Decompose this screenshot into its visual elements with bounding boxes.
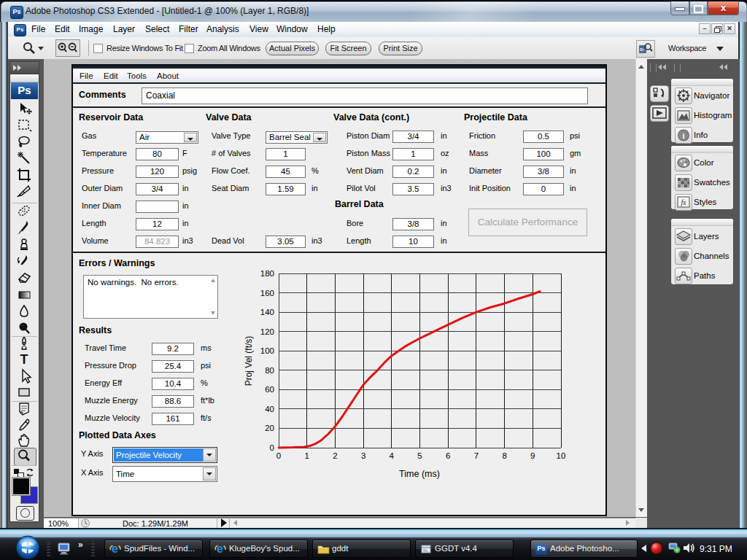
svg-text:20: 20: [265, 424, 274, 432]
svg-text:T: T: [20, 352, 28, 367]
svg-text:4: 4: [390, 451, 395, 460]
svg-text:e: e: [112, 542, 118, 555]
svg-text:i: i: [682, 131, 684, 140]
svg-text:6: 6: [446, 451, 450, 460]
svg-text:180: 180: [260, 269, 274, 278]
svg-text:7: 7: [474, 451, 479, 460]
svg-text:3: 3: [361, 451, 365, 460]
svg-text:Proj Vel (ft/s): Proj Vel (ft/s): [244, 336, 254, 386]
svg-text:Time (ms): Time (ms): [399, 469, 440, 479]
svg-text:140: 140: [260, 308, 274, 316]
svg-text:2: 2: [333, 451, 337, 460]
svg-text:100: 100: [260, 346, 274, 355]
svg-text:40: 40: [265, 405, 274, 413]
svg-text:120: 120: [260, 327, 274, 336]
svg-text:Br: Br: [640, 47, 644, 52]
svg-text:60: 60: [265, 385, 274, 394]
svg-text:1: 1: [304, 451, 309, 460]
svg-text:80: 80: [265, 366, 274, 375]
svg-text:9: 9: [530, 451, 535, 460]
svg-text:5: 5: [417, 451, 422, 460]
svg-text:160: 160: [260, 289, 274, 298]
svg-text:8: 8: [502, 451, 506, 460]
svg-text:e: e: [217, 542, 223, 555]
svg-text:10: 10: [557, 451, 566, 460]
svg-text:0: 0: [270, 443, 274, 452]
svg-text:0: 0: [276, 451, 281, 460]
svg-text:fx: fx: [681, 198, 686, 206]
